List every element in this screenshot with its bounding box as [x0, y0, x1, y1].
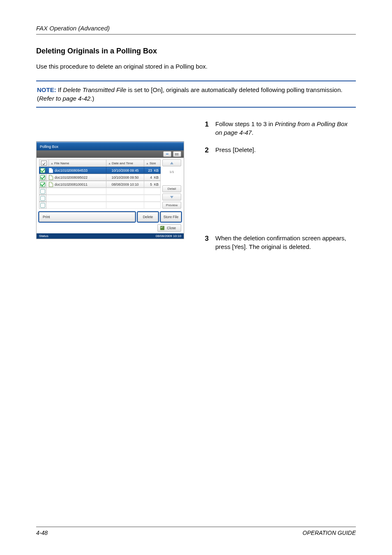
- close-label: Close: [167, 226, 176, 230]
- page-number: 4-48: [36, 530, 48, 536]
- return-icon: [160, 226, 164, 230]
- detail-button[interactable]: Detail: [162, 185, 181, 192]
- note-text-1: If: [56, 86, 63, 93]
- step-number: 2: [202, 145, 209, 155]
- table-row[interactable]: doc10102008100011 08/08/2009 10:10 5 KB: [39, 181, 161, 188]
- panel-title: Polling Box: [37, 142, 184, 150]
- note-text-3: .): [90, 95, 94, 102]
- header-size-label: Size: [150, 161, 156, 165]
- store-file-button[interactable]: Store File: [161, 212, 181, 222]
- scroll-up-button[interactable]: [162, 159, 181, 166]
- header-date-label: Date and Time: [112, 161, 133, 165]
- file-table: ▲File Name ▲Date and Time ▲Size: [39, 159, 161, 167]
- view-thumb-button[interactable]: [173, 151, 181, 157]
- status-left: Status: [39, 234, 48, 238]
- step-1: 1 Follow steps 1 to 3 in Printing from a…: [202, 118, 356, 144]
- running-header: FAX Operation (Advanced): [36, 25, 356, 35]
- row-checkbox[interactable]: [39, 181, 46, 188]
- table-row: [39, 195, 161, 202]
- header-select-all[interactable]: [39, 160, 49, 167]
- file-size: 23 KB: [144, 167, 161, 174]
- file-name: doc10102008100011: [55, 182, 88, 187]
- table-row[interactable]: doc10102008095022 10/10/2008 09:50 4 KB: [39, 174, 161, 181]
- file-name: doc10102008095022: [55, 175, 88, 180]
- print-button[interactable]: Print: [39, 212, 135, 222]
- checkmark-icon: [40, 203, 45, 208]
- select-all-icon: [41, 161, 47, 166]
- checkmark-icon: [40, 175, 45, 180]
- panel-toolbar: [37, 150, 184, 158]
- step-3: 3 When the deletion confirmation screen …: [202, 233, 356, 258]
- file-date: 08/08/2009 10:10: [106, 181, 144, 188]
- polling-box-panel: Polling Box: [36, 141, 184, 239]
- checkmark-icon: [40, 182, 45, 187]
- row-checkbox[interactable]: [39, 167, 46, 174]
- page-indicator: 1/1: [162, 168, 181, 176]
- status-right: 08/08/2009 10:10: [156, 234, 181, 238]
- sort-icon: ▲: [108, 162, 111, 165]
- preview-button[interactable]: Preview: [162, 202, 181, 209]
- intro-paragraph: Use this procedure to delete an original…: [36, 62, 356, 71]
- header-size[interactable]: ▲Size: [144, 160, 161, 167]
- sort-icon: ▲: [51, 162, 53, 165]
- document-icon: [49, 182, 53, 187]
- close-button[interactable]: Close: [157, 224, 181, 232]
- step-text: Follow steps 1 to 3 in: [215, 120, 275, 127]
- step-2: 2 Press [Delete].: [202, 144, 356, 163]
- checkmark-icon: [40, 168, 45, 173]
- checkmark-icon: [40, 189, 45, 194]
- file-size: 5 KB: [144, 181, 161, 188]
- row-checkbox[interactable]: [39, 174, 46, 181]
- note-italic-2: Refer to page 4-42: [39, 95, 90, 102]
- header-filename[interactable]: ▲File Name: [49, 160, 106, 167]
- scroll-down-button[interactable]: [162, 193, 181, 200]
- step-text: When the deletion confirmation screen ap…: [215, 235, 346, 250]
- sort-icon: ▲: [146, 162, 149, 165]
- file-date: 10/10/2008 09:50: [106, 174, 144, 181]
- grid-icon: [175, 153, 179, 155]
- list-icon: [166, 154, 168, 154]
- step-number: 1: [202, 120, 209, 137]
- section-title: Deleting Originals in a Polling Box: [36, 47, 356, 55]
- step-number: 3: [202, 234, 209, 251]
- table-row: [39, 202, 161, 209]
- note-italic-1: Delete Transmitted File: [63, 86, 126, 93]
- checkmark-icon: [40, 196, 45, 201]
- step-text-post: .: [251, 129, 253, 136]
- file-date: 10/10/2008 09:45: [106, 167, 144, 174]
- table-row[interactable]: doc10102008094533 10/10/2008 09:45 23 KB: [39, 167, 161, 174]
- header-filename-label: File Name: [54, 161, 69, 165]
- note-label: NOTE:: [37, 86, 56, 93]
- note-box: NOTE: If Delete Transmitted File is set …: [36, 81, 356, 108]
- header-date[interactable]: ▲Date and Time: [106, 160, 144, 167]
- table-row: [39, 188, 161, 195]
- status-bar: Status 08/08/2009 10:10: [37, 233, 184, 239]
- file-size: 4 KB: [144, 174, 161, 181]
- page-footer: 4-48 OPERATION GUIDE: [36, 527, 356, 536]
- file-name: doc10102008094533: [55, 168, 88, 173]
- step-text: Press [Delete].: [215, 146, 256, 153]
- document-icon: [49, 168, 53, 173]
- delete-button[interactable]: Delete: [138, 212, 158, 222]
- view-list-button[interactable]: [163, 151, 171, 157]
- document-icon: [49, 175, 53, 180]
- footer-right: OPERATION GUIDE: [302, 530, 356, 536]
